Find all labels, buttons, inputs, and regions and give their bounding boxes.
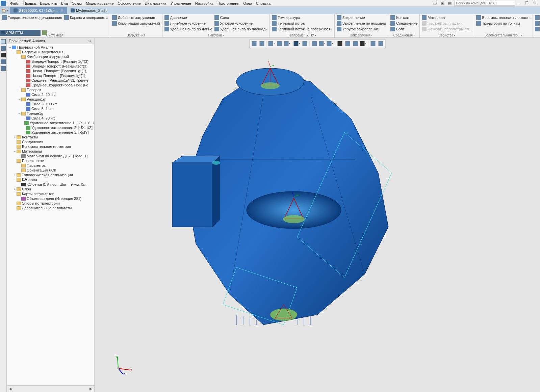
menu-modeling[interactable]: Моделирование xyxy=(84,1,115,5)
rail-layers-icon[interactable] xyxy=(1,59,6,64)
tree-node[interactable]: Удаленное закрепление 1: [UX, UY, U xyxy=(7,121,94,125)
tree-node[interactable]: Вперед-Поворот: [Реакция1g*(3), xyxy=(7,64,94,69)
ribbon-btn[interactable]: Упругое закрепление xyxy=(336,26,387,32)
ribbon-btn[interactable]: Сила xyxy=(214,15,268,20)
ribbon-btn[interactable]: Давление xyxy=(164,15,213,20)
tree-node[interactable]: Сила 3: 100 кгс xyxy=(7,102,94,106)
hide-icon[interactable] xyxy=(311,40,318,47)
tree-node[interactable]: Назад+Поворот: [Реакция1g*(1), xyxy=(7,69,94,73)
ortho-icon[interactable] xyxy=(258,40,265,47)
tree-node[interactable]: Параметры xyxy=(7,163,94,168)
rail-props-icon[interactable] xyxy=(1,66,6,71)
minimize-button[interactable]: — xyxy=(516,1,522,6)
tree-node[interactable]: СреднееСкорректированное: [Ре xyxy=(7,83,94,87)
ribbon-btn[interactable]: Тепловой поток xyxy=(271,21,333,26)
tree-node[interactable]: Дополнительные результаты xyxy=(7,206,94,210)
ribbon-btn[interactable]: Удельная сила по площади xyxy=(214,26,268,32)
expand-icon[interactable]: + xyxy=(13,173,17,177)
tree-node[interactable]: −КЭ сетка xyxy=(7,177,94,182)
tree-node[interactable]: КЭ сетка [1-й пор.; Шаг = 9 мм; Кс = xyxy=(7,182,94,187)
menu-settings[interactable]: Настройка xyxy=(193,1,215,5)
isolate-icon[interactable]: ▾ xyxy=(318,40,326,47)
ribbon-btn[interactable]: Каркас и поверхности xyxy=(63,15,108,20)
ribbon-btn[interactable]: Закрепление xyxy=(336,15,387,20)
tree-node[interactable]: Материал на основе Д16Т [Тела: 1] xyxy=(7,154,94,158)
expand-icon[interactable]: − xyxy=(18,98,21,101)
menu-sketch[interactable]: Эскиз xyxy=(70,1,84,5)
tree-node[interactable]: Объемная доля (Итерация 281) xyxy=(7,196,94,201)
tree-node[interactable]: Сила 5: 1 кгс xyxy=(7,106,94,111)
expand-icon[interactable]: − xyxy=(8,46,12,49)
tab-document-2[interactable]: Муфельная_2.a3d xyxy=(67,7,111,14)
rotate-icon[interactable] xyxy=(276,40,283,47)
ribbon-btn[interactable]: Траектория по точкам xyxy=(475,21,531,26)
tree-node[interactable]: −Комбинации загружений xyxy=(7,54,94,59)
ribbon-btn[interactable]: Материал xyxy=(421,15,472,20)
viewport[interactable]: ▾ ▾ ▾ ▾ ▾ ▾ xyxy=(95,38,540,392)
lcs-icon[interactable] xyxy=(369,40,377,47)
menu-help[interactable]: Справка xyxy=(254,1,273,5)
expand-icon[interactable]: + xyxy=(13,135,17,139)
menu-manage[interactable]: Управление xyxy=(169,1,193,5)
expand-icon[interactable]: − xyxy=(13,159,17,163)
tree-node[interactable]: Удаленное закрепление 2: [UX, UZ] xyxy=(7,125,94,130)
show-icon[interactable]: ▾ xyxy=(326,40,334,47)
measure-icon[interactable] xyxy=(344,40,351,47)
rail-fx-icon[interactable] xyxy=(1,53,6,57)
menu-edit[interactable]: Правка xyxy=(21,1,38,5)
tree-node[interactable]: Соединения xyxy=(7,139,94,144)
tree-node[interactable]: −Поворот xyxy=(7,87,94,92)
undo-icon[interactable] xyxy=(42,30,47,35)
pan-icon[interactable]: ▾ xyxy=(283,40,291,47)
menu-select[interactable]: Выделить xyxy=(38,1,59,5)
tree-node[interactable]: Эпюры по траектории xyxy=(7,201,94,206)
rail-params-icon[interactable] xyxy=(1,46,6,51)
ribbon-btn[interactable]: Болт xyxy=(390,26,418,32)
ribbon-btn[interactable]: Тепловой поток на поверхность xyxy=(271,26,333,32)
tree-node[interactable]: +Топологическая оптимизация xyxy=(7,173,94,177)
tree-node[interactable]: −Прочностной Анализ xyxy=(7,45,94,50)
tree-node[interactable]: Среднее: [Реакция1g*(2), Трение xyxy=(7,78,94,83)
tree-node[interactable]: −Нагрузки и закрепления xyxy=(7,50,94,54)
scroll-right-icon[interactable]: ▶ xyxy=(89,387,92,391)
menu-diag[interactable]: Диагностика xyxy=(143,1,169,5)
ribbon-btn[interactable]: Удельная сила по длине xyxy=(164,26,213,32)
tree-node[interactable]: −Поверхности xyxy=(7,158,94,163)
snap-icon[interactable] xyxy=(352,40,359,47)
tree-node[interactable]: Вспомогательная геометрия xyxy=(7,144,94,149)
tree-node[interactable]: +Слои xyxy=(7,187,94,191)
ribbon-btn[interactable]: Контакт xyxy=(390,15,418,20)
tree-node[interactable]: Вперед+Поворот: [Реакция1g*(3) xyxy=(7,59,94,64)
ribbon-btn[interactable]: Добавить загружение xyxy=(111,15,161,20)
zoom-icon[interactable]: ▾ xyxy=(268,40,275,47)
menu-view[interactable]: Вид xyxy=(59,1,70,5)
scroll-left-icon[interactable]: ◀ xyxy=(9,387,11,391)
ribbon-btn[interactable]: Угловое ускорение xyxy=(214,21,268,26)
tree-node[interactable]: −Реакция1g xyxy=(7,97,94,102)
command-search[interactable] xyxy=(454,1,515,6)
expand-icon[interactable]: − xyxy=(13,150,17,153)
close-tab-icon[interactable]: ✕ xyxy=(60,8,63,13)
menu-window[interactable]: Окно xyxy=(241,1,254,5)
ribbon-btn[interactable]: Комбинация загружений xyxy=(111,21,161,26)
close-button[interactable]: ✕ xyxy=(531,1,537,6)
expand-icon[interactable]: − xyxy=(13,50,17,54)
menu-format[interactable]: Оформление xyxy=(116,1,143,5)
ribbon-btn[interactable]: Параметры расчета xyxy=(534,26,540,32)
apm-fem-bar[interactable]: APM FEM▾ xyxy=(0,30,41,36)
menu-file[interactable]: Файл xyxy=(8,1,21,5)
tree-node[interactable]: Сила 4: 70 кгс xyxy=(7,116,94,121)
rail-tree-icon[interactable] xyxy=(1,39,6,44)
menu-apps[interactable]: Приложения xyxy=(215,1,241,5)
view-cube-icon[interactable] xyxy=(377,40,384,47)
layout-icon-1[interactable]: ▢ xyxy=(432,1,438,6)
tree-node[interactable]: Удаленное закрепление 3: [RotY] xyxy=(7,130,94,135)
gear-icon[interactable]: ⚙ xyxy=(88,39,92,43)
tree-node[interactable]: −Карты результатов xyxy=(7,191,94,196)
ribbon-btn[interactable]: Расчет xyxy=(534,21,540,26)
tab-document-1[interactable]: S10300001-01 (1)2ки... ✕ xyxy=(10,7,67,14)
ribbon-btn[interactable]: Вспомогательная плоскость xyxy=(475,15,531,20)
layout-icon-3[interactable]: ▤ xyxy=(447,1,453,6)
expand-icon[interactable]: − xyxy=(18,88,21,92)
grid-icon[interactable] xyxy=(250,40,258,47)
